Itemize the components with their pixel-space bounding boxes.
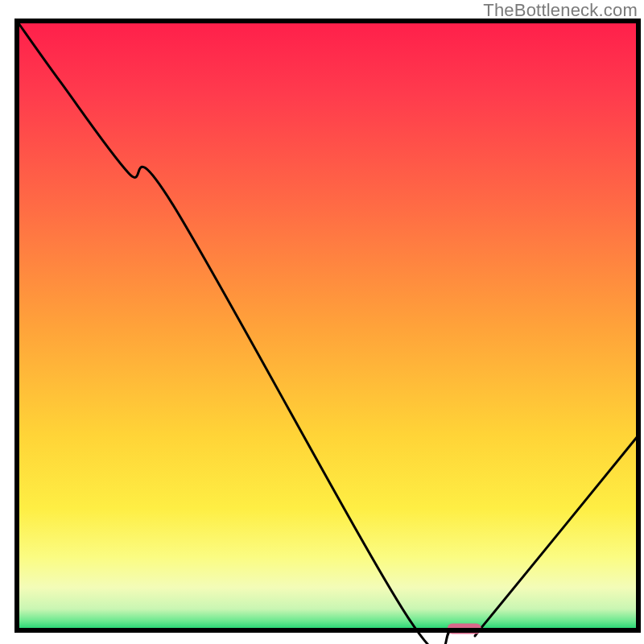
plot-background — [17, 21, 638, 630]
bottleneck-chart — [0, 0, 644, 644]
chart-container: TheBottleneck.com — [0, 0, 644, 644]
watermark-text: TheBottleneck.com — [483, 0, 638, 21]
